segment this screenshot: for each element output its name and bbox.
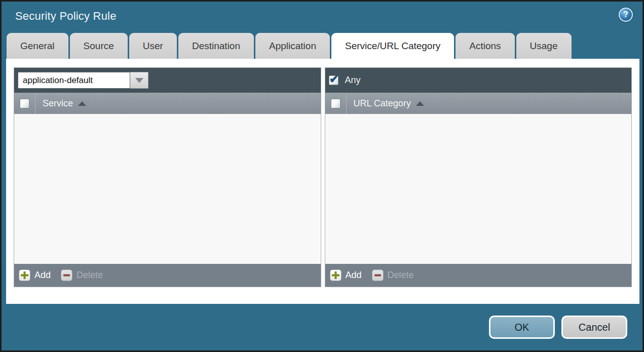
dialog-title: Security Policy Rule — [15, 10, 117, 23]
url-category-select-all-checkbox[interactable] — [331, 99, 340, 108]
url-category-panel-header: Any — [325, 68, 632, 93]
service-add-label: Add — [34, 270, 51, 281]
service-panel: application-default Service — [14, 67, 321, 287]
url-category-column-label: URL Category — [354, 98, 411, 109]
url-category-column-header[interactable]: URL Category — [325, 93, 632, 114]
tab-service-url-category[interactable]: Service/URL Category — [331, 33, 454, 59]
cancel-button[interactable]: Cancel — [561, 316, 627, 339]
service-panel-footer: Add Delete — [14, 264, 321, 287]
security-policy-rule-dialog: Security Policy Rule ? General Source Us… — [0, 0, 644, 352]
service-select-all-checkbox[interactable] — [20, 99, 29, 108]
dialog-titlebar: Security Policy Rule ? — [2, 2, 642, 33]
chevron-down-icon[interactable] — [130, 72, 148, 89]
tab-user[interactable]: User — [129, 33, 177, 59]
url-category-list — [325, 114, 632, 264]
delete-icon — [372, 269, 384, 281]
tab-strip: General Source User Destination Applicat… — [7, 33, 637, 59]
service-column-header[interactable]: Service — [14, 93, 321, 114]
help-icon[interactable]: ? — [619, 8, 633, 22]
tab-application[interactable]: Application — [255, 33, 330, 59]
service-panel-header: application-default — [14, 68, 321, 93]
sort-ascending-icon — [78, 101, 86, 106]
any-label: Any — [345, 75, 361, 86]
url-category-add-button[interactable]: Add — [330, 269, 362, 281]
service-column-label: Service — [43, 98, 73, 109]
url-category-select-all-cell — [325, 93, 347, 114]
tab-content: application-default Service — [6, 59, 639, 304]
tab-actions[interactable]: Actions — [456, 33, 514, 59]
tab-source[interactable]: Source — [70, 33, 128, 59]
url-category-add-label: Add — [346, 270, 362, 281]
add-icon — [330, 269, 342, 281]
url-category-panel-footer: Add Delete — [325, 264, 632, 287]
tab-general[interactable]: General — [7, 33, 68, 59]
ok-button[interactable]: OK — [489, 316, 555, 339]
service-type-select-value: application-default — [18, 72, 130, 89]
service-select-all-cell — [14, 93, 35, 114]
service-delete-label: Delete — [77, 270, 103, 281]
tab-usage[interactable]: Usage — [516, 33, 572, 59]
tab-destination[interactable]: Destination — [178, 33, 254, 59]
dialog-actions: OK Cancel — [489, 316, 627, 339]
service-delete-button[interactable]: Delete — [61, 269, 103, 281]
sort-ascending-icon — [416, 101, 424, 106]
service-list — [14, 114, 321, 264]
dropdown-arrow-icon — [135, 78, 143, 83]
url-category-panel: Any URL Category Add — [325, 67, 632, 287]
delete-icon — [61, 269, 72, 281]
service-add-button[interactable]: Add — [19, 269, 51, 281]
add-icon — [19, 269, 30, 281]
url-category-delete-label: Delete — [388, 270, 414, 281]
url-category-delete-button[interactable]: Delete — [372, 269, 414, 281]
service-type-select[interactable]: application-default — [18, 72, 148, 89]
any-checkbox[interactable] — [329, 75, 338, 85]
